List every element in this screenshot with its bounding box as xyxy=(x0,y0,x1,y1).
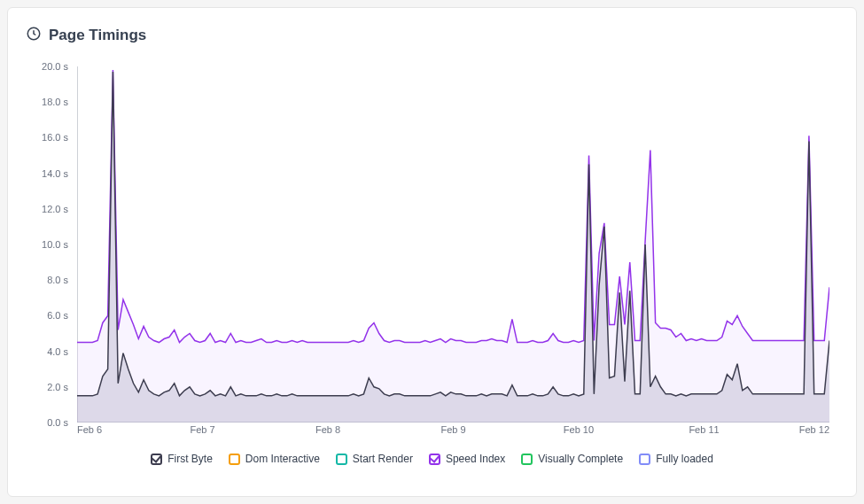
y-tick-label: 18.0 s xyxy=(42,97,68,107)
legend-label: Speed Index xyxy=(446,453,505,465)
legend-item-first-byte[interactable]: First Byte xyxy=(151,453,213,465)
y-axis: 0.0 s2.0 s4.0 s6.0 s8.0 s10.0 s12.0 s14.… xyxy=(26,66,74,423)
legend-checkbox-icon xyxy=(336,454,347,465)
y-tick-label: 0.0 s xyxy=(47,417,68,428)
x-tick-label: Feb 8 xyxy=(315,424,340,435)
legend-item-start-render[interactable]: Start Render xyxy=(336,453,413,465)
y-tick-label: 14.0 s xyxy=(42,168,68,179)
legend-item-speed-index[interactable]: Speed Index xyxy=(429,453,505,465)
legend-label: Dom Interactive xyxy=(245,453,320,465)
y-tick-label: 10.0 s xyxy=(42,239,68,250)
y-tick-label: 2.0 s xyxy=(47,382,68,392)
x-tick-label: Feb 12 xyxy=(799,424,829,435)
legend-label: First Byte xyxy=(167,453,213,465)
y-tick-label: 16.0 s xyxy=(42,132,68,143)
y-tick-label: 12.0 s xyxy=(42,204,68,214)
card-header: Page Timings xyxy=(26,26,838,45)
x-axis: Feb 6Feb 7Feb 8Feb 9Feb 10Feb 11Feb 12 xyxy=(77,424,829,442)
plot-area[interactable] xyxy=(77,66,829,423)
legend-checkbox-icon xyxy=(151,454,162,465)
chart-legend: First ByteDom InteractiveStart RenderSpe… xyxy=(26,453,838,465)
y-tick-label: 20.0 s xyxy=(42,61,68,72)
y-tick-label: 6.0 s xyxy=(47,310,68,321)
y-tick-label: 8.0 s xyxy=(47,275,68,285)
page-timings-card: Page Timings 0.0 s2.0 s4.0 s6.0 s8.0 s10… xyxy=(7,7,857,497)
legend-label: Start Render xyxy=(353,453,413,465)
legend-checkbox-icon xyxy=(429,454,440,465)
clock-icon xyxy=(26,26,42,45)
x-tick-label: Feb 11 xyxy=(689,424,719,435)
legend-item-dom-interactive[interactable]: Dom Interactive xyxy=(229,453,320,465)
chart-area: 0.0 s2.0 s4.0 s6.0 s8.0 s10.0 s12.0 s14.… xyxy=(26,58,838,447)
legend-checkbox-icon xyxy=(639,454,650,465)
legend-item-fully-loaded[interactable]: Fully loaded xyxy=(639,453,713,465)
legend-item-visually-complete[interactable]: Visually Complete xyxy=(521,453,623,465)
x-tick-label: Feb 10 xyxy=(564,424,594,435)
x-tick-label: Feb 9 xyxy=(440,424,465,435)
card-title: Page Timings xyxy=(49,27,146,44)
legend-checkbox-icon xyxy=(229,454,240,465)
legend-checkbox-icon xyxy=(521,454,533,465)
x-tick-label: Feb 7 xyxy=(190,424,214,435)
chart-svg xyxy=(77,66,829,423)
y-tick-label: 4.0 s xyxy=(47,346,68,357)
legend-label: Visually Complete xyxy=(538,453,623,465)
legend-label: Fully loaded xyxy=(656,453,713,465)
x-tick-label: Feb 6 xyxy=(77,424,102,435)
